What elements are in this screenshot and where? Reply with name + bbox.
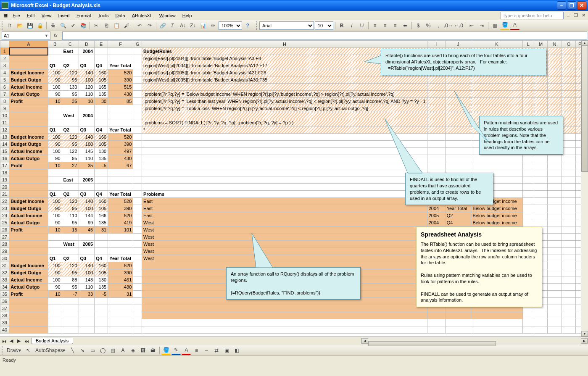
cell-G16[interactable] [133, 155, 142, 162]
cell-A40[interactable] [9, 326, 48, 334]
spelling-icon[interactable]: ✔ [69, 21, 78, 30]
cell-M18[interactable] [534, 169, 548, 176]
row-header-4[interactable]: 4 [0, 69, 9, 76]
cell-A32[interactable]: Budget Outgo [9, 269, 48, 276]
help-search-input[interactable] [501, 12, 564, 19]
align-center-icon[interactable]: ≡ [380, 21, 390, 30]
font-color-icon[interactable]: A [510, 21, 519, 30]
cell-B4[interactable]: 100 [48, 69, 62, 76]
tab-next-icon[interactable]: ▶ [15, 338, 23, 344]
cell-G39[interactable] [133, 319, 142, 326]
cell-B18[interactable] [48, 169, 62, 176]
cell-B11[interactable] [48, 119, 62, 126]
cell-F3[interactable]: Year Total [108, 62, 133, 69]
cell-O16[interactable] [562, 155, 576, 162]
cell-A23[interactable]: Budget Outgo [9, 205, 48, 212]
maximize-button[interactable]: ❐ [567, 1, 576, 10]
cell-D24[interactable]: 144 [79, 212, 95, 219]
cell-A13[interactable]: Budget Income [9, 134, 48, 141]
cell-K17[interactable] [471, 162, 522, 169]
cell-O15[interactable] [562, 148, 576, 155]
cell-L16[interactable] [522, 155, 534, 162]
cell-F17[interactable]: 67 [108, 162, 133, 169]
clipart-icon[interactable]: 🖼 [138, 346, 148, 355]
cell-A18[interactable] [9, 169, 48, 176]
cell-I8[interactable] [427, 98, 445, 105]
cell-D32[interactable]: 100 [79, 269, 95, 276]
cell-N7[interactable] [548, 91, 562, 98]
cell-H22[interactable]: East [142, 198, 427, 205]
cell-G2[interactable] [133, 55, 142, 62]
cell-E20[interactable] [95, 184, 108, 191]
line-icon[interactable]: ╲ [68, 346, 77, 355]
cell-H6[interactable] [142, 84, 427, 91]
cell-O36[interactable] [562, 298, 576, 305]
cell-O25[interactable] [562, 219, 576, 226]
print-preview-icon[interactable]: 🔍 [58, 21, 68, 30]
row-header-23[interactable]: 23 [0, 205, 9, 212]
col-header-D[interactable]: D [79, 41, 95, 48]
cell-D27[interactable] [79, 234, 95, 241]
cell-O27[interactable] [562, 234, 576, 241]
cell-L39[interactable] [522, 319, 534, 326]
menu-edit[interactable]: Edit [24, 12, 38, 19]
cell-N31[interactable] [548, 262, 562, 269]
cell-O34[interactable] [562, 284, 576, 291]
cell-B16[interactable]: 90 [48, 155, 62, 162]
vertical-scrollbar[interactable]: ▲ ▼ [581, 40, 588, 337]
menu-help[interactable]: Help [179, 12, 195, 19]
cell-G20[interactable] [133, 184, 142, 191]
cell-A11[interactable] [9, 119, 48, 126]
cell-A25[interactable]: Actual Outgo [9, 219, 48, 226]
cell-N23[interactable] [548, 205, 562, 212]
col-header-M[interactable]: M [534, 41, 548, 48]
cell-I7[interactable] [427, 91, 445, 98]
cell-F12[interactable]: Year Total [108, 126, 133, 134]
cell-I24[interactable]: 2005 [427, 212, 445, 219]
cell-C2[interactable] [62, 55, 79, 62]
col-header-N[interactable]: N [548, 41, 562, 48]
cell-O14[interactable] [562, 141, 576, 148]
cell-D22[interactable]: 140 [79, 198, 95, 205]
cell-L40[interactable] [522, 326, 534, 334]
cell-I40[interactable] [427, 326, 445, 334]
cell-N35[interactable] [548, 291, 562, 298]
cell-C34[interactable]: 95 [62, 284, 79, 291]
merge-center-icon[interactable]: ⬌ [401, 21, 410, 30]
cell-C31[interactable]: 120 [62, 262, 79, 269]
paste-icon[interactable]: 📋 [112, 21, 121, 30]
row-header-7[interactable]: 7 [0, 91, 9, 98]
cell-O9[interactable] [562, 105, 576, 112]
cell-O40[interactable] [562, 326, 576, 334]
cell-J40[interactable] [445, 326, 471, 334]
cell-F30[interactable]: Year Total [108, 255, 133, 262]
cell-N6[interactable] [548, 84, 562, 91]
cell-M9[interactable] [534, 105, 548, 112]
cell-C33[interactable]: 88 [62, 276, 79, 284]
cell-C6[interactable]: 130 [62, 84, 79, 91]
cell-E37[interactable] [95, 305, 108, 312]
cell-E5[interactable]: 105 [95, 76, 108, 84]
cell-B5[interactable]: 90 [48, 76, 62, 84]
fill-color-draw-icon[interactable]: 🪣 [161, 346, 171, 355]
cell-A33[interactable]: Actual Income [9, 276, 48, 284]
row-header-12[interactable]: 12 [0, 126, 9, 134]
cell-F32[interactable]: 390 [108, 269, 133, 276]
cell-G28[interactable] [133, 241, 142, 248]
cell-B8[interactable]: 10 [48, 98, 62, 105]
row-header-33[interactable]: 33 [0, 276, 9, 284]
cell-E35[interactable]: -5 [95, 291, 108, 298]
cell-G37[interactable] [133, 305, 142, 312]
permission-icon[interactable]: 🔒 [35, 21, 45, 30]
cell-G32[interactable] [133, 269, 142, 276]
cell-O32[interactable] [562, 269, 576, 276]
cell-D20[interactable] [79, 184, 95, 191]
cell-N24[interactable] [548, 212, 562, 219]
cell-M6[interactable] [534, 84, 548, 91]
cell-F24[interactable]: 520 [108, 212, 133, 219]
cell-A17[interactable]: Profit [9, 162, 48, 169]
save-icon[interactable]: 💾 [25, 21, 34, 30]
cell-O13[interactable] [562, 134, 576, 141]
cell-D19[interactable]: 2005 [79, 176, 95, 184]
doc-close-button[interactable]: ✕ [580, 13, 586, 18]
